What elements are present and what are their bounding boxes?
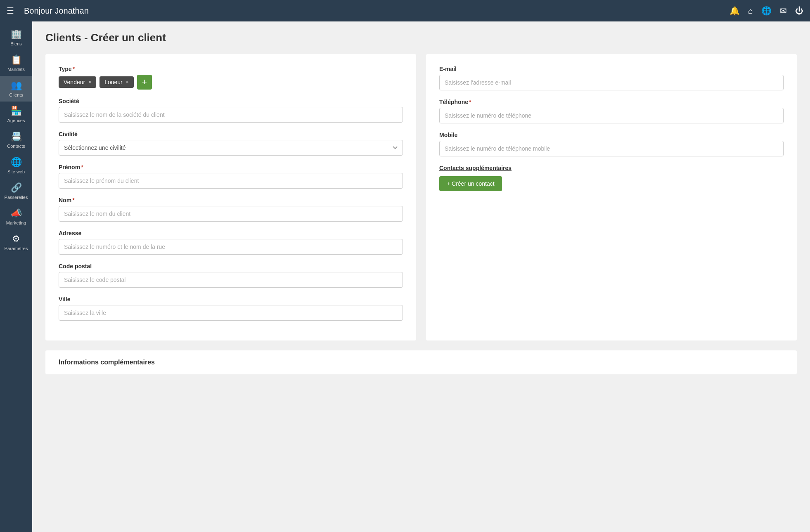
type-required: * — [73, 66, 75, 72]
societe-field-group: Société — [59, 98, 403, 123]
contacts-icon: 📇 — [11, 131, 22, 142]
adresse-field-group: Adresse — [59, 230, 403, 255]
civilite-field-group: Civilité Sélectionnez une civilité M. Mm… — [59, 131, 403, 156]
clients-icon: 👥 — [11, 80, 22, 91]
ville-field-group: Ville — [59, 296, 403, 321]
adresse-label: Adresse — [59, 230, 403, 236]
sidebar-label-passerelles: Passerelles — [5, 195, 28, 200]
mobile-field-group: Mobile — [439, 132, 784, 156]
header: ☰ Bonjour Jonathan 🔔 ⌂ 🌐 ✉ ⏻ — [0, 0, 810, 21]
home-icon[interactable]: ⌂ — [748, 6, 753, 16]
code-postal-field-group: Code postal — [59, 263, 403, 288]
telephone-label: Téléphone* — [439, 99, 784, 105]
nom-field-group: Nom* — [59, 197, 403, 222]
type-label: Type* — [59, 66, 403, 72]
code-postal-label: Code postal — [59, 263, 403, 270]
sidebar-item-parametres[interactable]: ⚙ Paramètres — [0, 229, 32, 255]
form-panel-left: Type* Vendeur × Loueur × + — [45, 54, 416, 340]
prenom-required: * — [81, 164, 83, 170]
email-label: E-mail — [439, 66, 784, 72]
form-panel-right: E-mail Téléphone* Mobile Cont — [426, 54, 797, 340]
sidebar-label-mandats: Mandats — [7, 67, 25, 72]
menu-icon[interactable]: ☰ — [7, 7, 14, 15]
type-tag-vendeur: Vendeur × — [59, 76, 96, 88]
civilite-select[interactable]: Sélectionnez une civilité M. Mme M. et M… — [59, 140, 403, 156]
adresse-input[interactable] — [59, 239, 403, 255]
sidebar-item-mandats[interactable]: 📋 Mandats — [0, 50, 32, 76]
header-title: Bonjour Jonathan — [24, 6, 723, 16]
sidebar-label-biens: Biens — [10, 41, 22, 46]
mobile-input[interactable] — [439, 141, 784, 156]
sidebar-label-clients: Clients — [9, 92, 23, 97]
type-tag-vendeur-close[interactable]: × — [88, 79, 91, 85]
sidebar-item-site-web[interactable]: 🌐 Site web — [0, 153, 32, 178]
sidebar-label-parametres: Paramètres — [5, 246, 28, 251]
bell-icon[interactable]: 🔔 — [729, 6, 740, 16]
type-field-row: Vendeur × Loueur × + — [59, 75, 403, 90]
sidebar-label-site-web: Site web — [7, 169, 25, 174]
prenom-input[interactable] — [59, 173, 403, 189]
main-content: Clients - Créer un client Type* Vendeur … — [32, 21, 810, 532]
parametres-icon: ⚙ — [12, 234, 20, 244]
code-postal-input[interactable] — [59, 272, 403, 288]
type-tag-vendeur-label: Vendeur — [64, 79, 85, 85]
societe-label: Société — [59, 98, 403, 104]
sidebar-item-passerelles[interactable]: 🔗 Passerelles — [0, 178, 32, 204]
type-tag-loueur: Loueur × — [99, 76, 134, 88]
mobile-label: Mobile — [439, 132, 784, 138]
telephone-input[interactable] — [439, 108, 784, 123]
ville-input[interactable] — [59, 305, 403, 321]
sidebar-label-agences: Agences — [7, 118, 25, 123]
sidebar-item-biens[interactable]: 🏢 Biens — [0, 25, 32, 50]
type-tag-loueur-label: Loueur — [104, 79, 123, 85]
info-section: Informations complémentaires — [45, 350, 797, 374]
mail-icon[interactable]: ✉ — [780, 6, 787, 16]
passerelles-icon: 🔗 — [11, 182, 22, 193]
sidebar-item-contacts[interactable]: 📇 Contacts — [0, 127, 32, 153]
form-panels: Type* Vendeur × Loueur × + — [45, 54, 797, 340]
page-title: Clients - Créer un client — [45, 31, 797, 44]
sidebar-item-clients[interactable]: 👥 Clients — [0, 76, 32, 102]
sidebar-label-marketing: Marketing — [6, 220, 26, 225]
telephone-required: * — [469, 99, 471, 105]
email-field-group: E-mail — [439, 66, 784, 90]
sidebar-item-marketing[interactable]: 📣 Marketing — [0, 204, 32, 229]
ville-label: Ville — [59, 296, 403, 303]
power-icon[interactable]: ⏻ — [795, 6, 803, 16]
nom-input[interactable] — [59, 206, 403, 222]
globe-icon[interactable]: 🌐 — [761, 6, 772, 16]
telephone-field-group: Téléphone* — [439, 99, 784, 123]
type-tag-loueur-close[interactable]: × — [126, 79, 129, 85]
contacts-supplementaires-group: Contacts supplémentaires + Créer un cont… — [439, 165, 784, 191]
mandats-icon: 📋 — [11, 54, 22, 65]
sidebar: 🏢 Biens 📋 Mandats 👥 Clients 🏪 Agences 📇 … — [0, 21, 32, 532]
email-input[interactable] — [439, 75, 784, 90]
marketing-icon: 📣 — [11, 208, 22, 219]
nom-required: * — [72, 197, 74, 203]
app-body: 🏢 Biens 📋 Mandats 👥 Clients 🏪 Agences 📇 … — [0, 21, 810, 532]
header-icons: 🔔 ⌂ 🌐 ✉ ⏻ — [729, 6, 803, 16]
contacts-supplementaires-link[interactable]: Contacts supplémentaires — [439, 165, 784, 171]
info-complementaires-link[interactable]: Informations complémentaires — [59, 359, 155, 366]
biens-icon: 🏢 — [11, 29, 22, 40]
prenom-field-group: Prénom* — [59, 164, 403, 189]
site-web-icon: 🌐 — [11, 157, 22, 168]
civilite-label: Civilité — [59, 131, 403, 137]
sidebar-label-contacts: Contacts — [7, 144, 25, 149]
agences-icon: 🏪 — [11, 106, 22, 116]
societe-input[interactable] — [59, 107, 403, 123]
sidebar-item-agences[interactable]: 🏪 Agences — [0, 102, 32, 127]
prenom-label: Prénom* — [59, 164, 403, 170]
nom-label: Nom* — [59, 197, 403, 203]
type-add-button[interactable]: + — [137, 75, 152, 90]
type-field-group: Type* Vendeur × Loueur × + — [59, 66, 403, 90]
create-contact-button[interactable]: + Créer un contact — [439, 176, 502, 191]
